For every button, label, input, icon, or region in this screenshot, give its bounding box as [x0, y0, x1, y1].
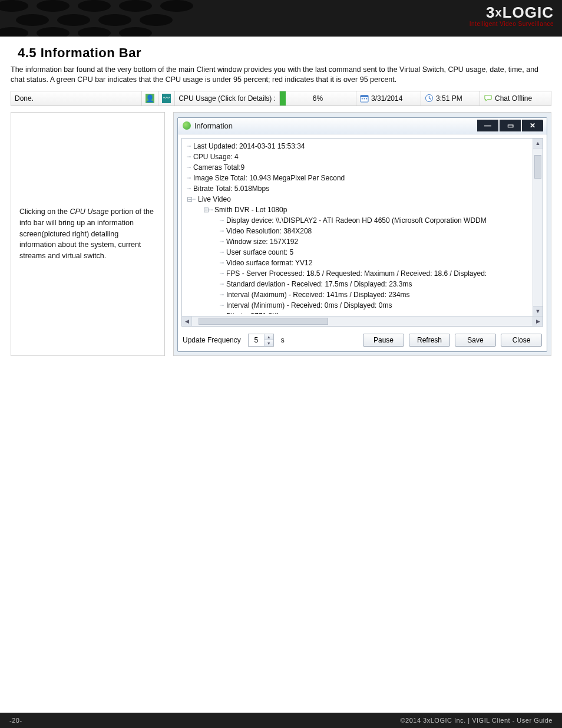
scroll-right-icon[interactable]: ▶	[533, 317, 543, 326]
svg-point-0	[0, 0, 28, 12]
svg-point-9	[0, 27, 28, 37]
tree-item[interactable]: User surface count: 5	[220, 247, 531, 258]
svg-rect-17	[366, 98, 367, 100]
brand-logo: 3xLOGIC Intelligent Video Surveillance	[470, 4, 554, 27]
svg-point-7	[98, 14, 131, 26]
update-freq-label: Update Frequency	[183, 336, 241, 344]
info-icon	[183, 121, 191, 130]
window-button-row: Update Frequency ▲▼ s Pause Refresh Save…	[178, 330, 547, 351]
tree-item[interactable]: Live Video	[187, 194, 531, 205]
scroll-left-icon[interactable]: ◀	[182, 317, 192, 326]
information-bar: Done. 👤 〰 CPU Usage (Click for Details) …	[11, 91, 551, 106]
tree-item[interactable]: CPU Usage: 4	[187, 151, 531, 162]
footer-copy: ©2014 3xLOGIC Inc. | VIGIL Client - User…	[400, 717, 553, 724]
tree-item[interactable]: Video Resolution: 384X208	[220, 226, 531, 236]
horizontal-scrollbar[interactable]: ◀ ▶	[182, 316, 543, 326]
status-text: Done.	[11, 91, 142, 106]
scroll-thumb[interactable]	[534, 155, 541, 179]
brand-tagline: Intelligent Video Surveillance	[470, 21, 554, 27]
tree-item[interactable]: Standard deviation - Received: 17.5ms / …	[220, 279, 531, 289]
cpu-usage-bar[interactable]: 6%	[280, 91, 356, 106]
svg-point-8	[140, 14, 173, 26]
update-freq-spinner[interactable]: ▲▼	[248, 334, 274, 347]
tree-item[interactable]: Image Size Total: 10.943 MegaPixel Per S…	[187, 173, 531, 183]
close-button[interactable]: ✕	[522, 120, 543, 131]
page-number: -20-	[9, 717, 22, 724]
date-segment[interactable]: 3/31/2014	[356, 91, 421, 106]
scroll-up-icon[interactable]: ▲	[533, 139, 543, 149]
update-freq-unit: s	[281, 336, 285, 344]
tree-item[interactable]: Smith DVR - Lot 1080p	[203, 205, 531, 215]
user-icon[interactable]: 👤	[142, 91, 158, 106]
information-window: Information — ▭ ✕ Last Updated: 2014-03-…	[177, 117, 547, 352]
pause-button[interactable]: Pause	[363, 334, 404, 347]
tree-item[interactable]: Interval (Minimum) - Received: 0ms / Dis…	[220, 300, 531, 311]
calendar-icon	[360, 94, 369, 103]
activity-icon[interactable]: 〰	[158, 91, 175, 106]
info-tree[interactable]: Last Updated: 2014-03-31 15:53:34CPU Usa…	[181, 138, 543, 327]
tree-item[interactable]: FPS - Server Processed: 18.5 / Requested…	[220, 268, 531, 279]
chat-segment[interactable]: Chat Offline	[480, 91, 551, 106]
tree-item[interactable]: Last Updated: 2014-03-31 15:53:34	[187, 141, 531, 151]
maximize-button[interactable]: ▭	[500, 120, 521, 131]
svg-rect-14	[361, 95, 368, 97]
window-titlebar[interactable]: Information — ▭ ✕	[178, 118, 547, 134]
update-freq-input[interactable]	[249, 336, 264, 344]
clock-icon	[425, 94, 434, 103]
scroll-down-icon[interactable]: ▼	[533, 306, 543, 316]
cpu-usage-percent: 6%	[280, 91, 356, 106]
svg-rect-15	[362, 98, 363, 100]
svg-point-4	[160, 0, 193, 12]
svg-point-12	[119, 27, 152, 37]
chat-icon	[484, 94, 492, 103]
header-band: 3xLOGIC Intelligent Video Surveillance	[0, 0, 562, 37]
svg-point-10	[37, 27, 70, 37]
save-button[interactable]: Save	[455, 334, 496, 347]
screenshot-cell: Information — ▭ ✕ Last Updated: 2014-03-…	[173, 112, 551, 356]
decorative-dots	[0, 0, 247, 37]
hscroll-thumb[interactable]	[199, 318, 328, 325]
spinner-down-icon[interactable]: ▼	[265, 340, 273, 346]
tree-item[interactable]: Display device: \\.\DISPLAY2 - ATI Radeo…	[220, 215, 531, 226]
caption-cell: Clicking on the CPU Usage portion of the…	[11, 112, 165, 356]
tree-item[interactable]: Window size: 157X192	[220, 236, 531, 247]
tree-item[interactable]: Bitrate Total: 5.018Mbps	[187, 183, 531, 194]
minimize-button[interactable]: —	[477, 120, 498, 131]
svg-point-6	[57, 14, 90, 26]
svg-point-11	[78, 27, 111, 37]
time-segment[interactable]: 3:51 PM	[421, 91, 480, 106]
window-title: Information	[194, 121, 233, 130]
vertical-scrollbar[interactable]: ▲ ▼	[533, 139, 543, 326]
svg-rect-16	[364, 98, 365, 100]
section-paragraph: The information bar found at the very bo…	[11, 65, 551, 85]
page-footer: -20- ©2014 3xLOGIC Inc. | VIGIL Client -…	[0, 713, 562, 728]
tree-item[interactable]: Video surface format: YV12	[220, 258, 531, 268]
svg-point-5	[16, 14, 49, 26]
tree-item[interactable]: Cameras Total:9	[187, 162, 531, 173]
svg-point-2	[78, 0, 111, 12]
svg-point-3	[119, 0, 152, 12]
section-heading: 4.5 Information Bar	[18, 46, 551, 60]
tree-item[interactable]: Interval (Maximum) - Received: 141ms / D…	[220, 289, 531, 300]
svg-point-1	[37, 0, 70, 12]
refresh-button[interactable]: Refresh	[409, 334, 450, 347]
close-window-button[interactable]: Close	[501, 334, 542, 347]
cpu-usage-label[interactable]: CPU Usage (Click for Details) :	[175, 91, 280, 106]
tree-item[interactable]: Bitrate: 2771.0Kbps	[220, 311, 531, 314]
spinner-up-icon[interactable]: ▲	[265, 334, 273, 341]
